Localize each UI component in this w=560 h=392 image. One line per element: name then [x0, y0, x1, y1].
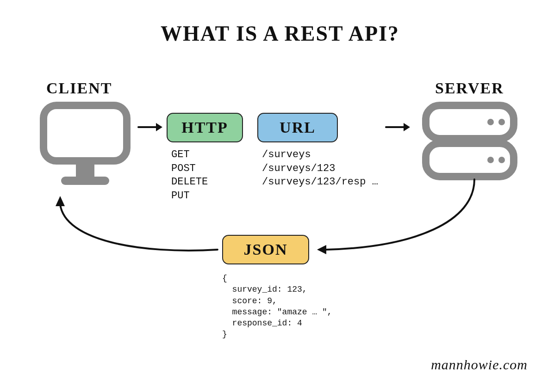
svg-marker-14 [56, 196, 65, 206]
svg-point-5 [487, 119, 494, 125]
svg-point-7 [487, 157, 494, 163]
arrow-json-to-client-icon [46, 194, 222, 263]
arrow-client-to-http-icon [137, 120, 163, 134]
svg-rect-0 [44, 105, 127, 161]
svg-rect-2 [61, 177, 109, 185]
svg-point-8 [498, 157, 505, 163]
url-box: URL [257, 113, 338, 142]
http-box: HTTP [167, 113, 243, 142]
client-label: CLIENT [46, 80, 112, 97]
attribution-text: mannhowie.com [431, 357, 528, 373]
client-monitor-icon [39, 101, 131, 189]
svg-marker-10 [156, 123, 162, 131]
svg-point-6 [498, 119, 505, 125]
diagram-title: WHAT IS A REST API? [0, 21, 560, 46]
json-box: JSON [222, 235, 309, 264]
svg-rect-1 [76, 165, 94, 177]
arrow-url-to-server-icon [384, 120, 411, 134]
server-stack-icon [421, 101, 518, 182]
svg-marker-12 [404, 123, 410, 131]
json-body-snippet: { survey_id: 123, score: 9, message: "am… [222, 273, 332, 340]
svg-marker-13 [317, 245, 326, 254]
arrow-server-to-json-icon [312, 176, 488, 259]
server-label: SERVER [435, 80, 504, 97]
